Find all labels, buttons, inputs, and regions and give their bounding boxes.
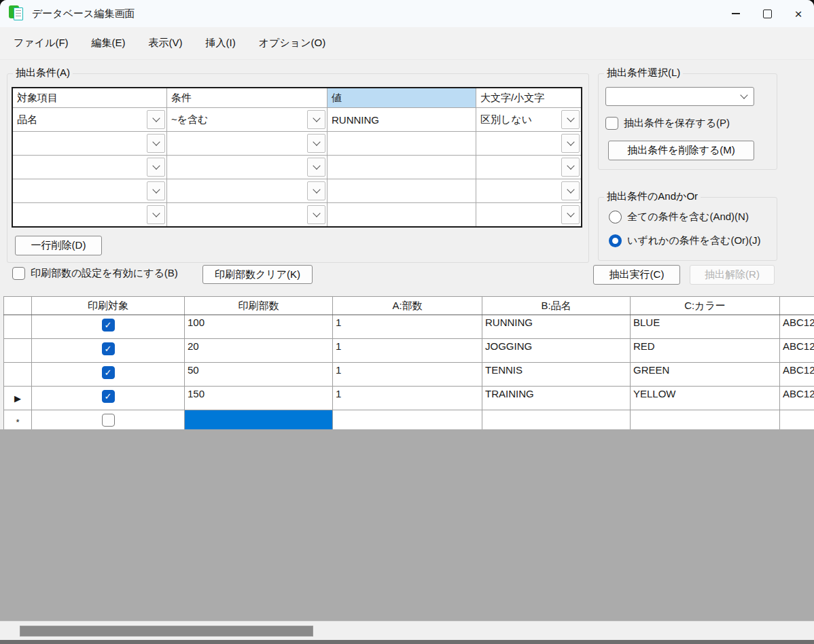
filter-value-cell[interactable] [328,132,476,155]
dropdown-button[interactable] [307,205,325,224]
print-copies-cell[interactable]: 100 [185,315,333,338]
filter-condition-combo[interactable] [167,179,328,202]
and-radio[interactable] [609,211,622,223]
filter-case-combo[interactable]: 区別しない [476,108,581,131]
menu-options[interactable]: オプション(O) [249,33,335,53]
filter-case-combo[interactable] [476,179,581,202]
delete-filter-button[interactable]: 抽出条件を削除する(M) [608,141,754,160]
filter-value-text: RUNNING [328,114,379,126]
grid-header-col-d[interactable] [780,297,814,315]
col-a-cell[interactable]: 1 [333,315,482,338]
print-target-cell[interactable]: ✓ [32,339,185,362]
col-c-cell[interactable]: BLUE [631,315,780,338]
print-copies-cell[interactable]: 150 [185,387,333,410]
print-target-cell[interactable]: ✓ [32,387,185,410]
dropdown-button[interactable] [561,181,580,200]
dropdown-button[interactable] [307,134,325,153]
filter-field-combo[interactable] [13,203,167,226]
filter-value-cell[interactable]: RUNNING [328,108,476,131]
dropdown-button[interactable] [147,181,165,200]
filter-case-combo[interactable] [476,156,581,179]
dropdown-button[interactable] [561,205,580,224]
row-header-cell[interactable]: ▶ [3,387,32,410]
filter-condition-combo[interactable] [167,203,328,226]
filter-case-combo[interactable] [476,132,581,155]
dropdown-button[interactable] [147,158,165,177]
save-filter-checkbox[interactable] [605,117,618,130]
filter-case-combo[interactable] [476,203,581,226]
enable-print-copies-checkbox[interactable] [12,267,25,280]
col-b-cell[interactable]: RUNNING [482,315,631,338]
menu-insert[interactable]: 挿入(I) [196,33,245,53]
grid-header-col-a[interactable]: A:部数 [333,297,482,315]
or-radio[interactable] [609,234,622,247]
grid-header-print-target[interactable]: 印刷対象 [32,297,185,315]
filter-field-combo[interactable] [13,179,167,202]
col-b-cell[interactable]: TRAINING [482,387,631,410]
print-target-checkbox[interactable]: ✓ [102,319,115,332]
print-target-checkbox[interactable]: ✓ [102,366,115,379]
col-b-cell[interactable]: JOGGING [482,339,631,362]
print-target-cell[interactable]: ✓ [32,363,185,386]
row-header-cell[interactable] [3,315,32,338]
filter-condition-combo[interactable] [167,156,328,179]
minimize-button[interactable] [720,0,751,27]
menu-view[interactable]: 表示(V) [139,33,192,53]
filter-value-cell[interactable] [328,156,476,179]
col-d-cell[interactable]: ABC12 [780,339,814,362]
filter-field-combo[interactable] [13,156,167,179]
filter-condition-combo[interactable] [167,132,328,155]
clear-print-copies-button[interactable]: 印刷部数クリア(K) [202,265,313,284]
grid-header-col-b[interactable]: B:品名 [482,297,631,315]
filter-condition-combo[interactable]: ~を含む [167,108,328,131]
print-copies-cell[interactable]: 20 [185,339,333,362]
saved-filter-combo[interactable] [605,87,754,106]
row-header-cell[interactable] [3,339,32,362]
dropdown-button[interactable] [147,110,165,129]
col-a-cell[interactable]: 1 [333,363,482,386]
filter-conditions-table: 対象項目 条件 値 大文字/小文字 品名 ~を含む RUNNING 区別しない [12,87,582,228]
menu-file[interactable]: ファイル(F) [4,33,78,53]
horizontal-scrollbar[interactable] [0,621,814,641]
print-target-checkbox[interactable]: ✓ [102,342,115,355]
enable-print-copies-row: 印刷部数の設定を有効にする(B) [12,267,178,280]
dropdown-button[interactable] [147,134,165,153]
col-c-cell[interactable]: GREEN [631,363,780,386]
col-d-cell[interactable]: ABC12 [780,363,814,386]
col-d-cell[interactable]: ABC12 [780,315,814,338]
print-target-cell[interactable]: ✓ [32,315,185,338]
menu-edit[interactable]: 編集(E) [82,33,135,53]
maximize-button[interactable] [751,0,783,27]
filter-value-cell[interactable] [328,203,476,226]
release-filter-button[interactable]: 抽出解除(R) [690,265,775,285]
delete-row-button[interactable]: 一行削除(D) [15,236,102,255]
chevron-down-icon [313,209,320,217]
col-c-cell[interactable]: YELLOW [631,387,780,410]
col-d-cell[interactable]: ABC12 [780,387,814,410]
dropdown-button[interactable] [147,205,165,224]
filter-value-cell[interactable] [328,179,476,202]
horizontal-scrollbar-thumb[interactable] [20,626,313,637]
dropdown-button[interactable] [307,158,325,177]
col-b-cell[interactable]: TENNIS [482,363,631,386]
print-target-checkbox[interactable] [102,414,115,427]
chevron-down-icon [567,209,574,217]
filter-field-combo[interactable]: 品名 [13,108,167,131]
col-c-cell[interactable]: RED [631,339,780,362]
dropdown-button[interactable] [307,181,325,200]
print-copies-cell[interactable]: 50 [185,363,333,386]
dropdown-button[interactable] [561,158,580,177]
filter-field-combo[interactable] [13,132,167,155]
execute-filter-button[interactable]: 抽出実行(C) [593,265,680,285]
grid-header-col-c[interactable]: C:カラー [631,297,780,315]
grid-header-print-copies[interactable]: 印刷部数 [185,297,333,315]
dropdown-button[interactable] [561,134,580,153]
dropdown-button[interactable] [561,110,580,129]
dropdown-button[interactable] [307,110,325,129]
print-target-checkbox[interactable]: ✓ [102,390,115,403]
close-button[interactable]: × [783,0,814,27]
row-header-cell[interactable] [3,363,32,386]
col-a-cell[interactable]: 1 [333,339,482,362]
title-bar: データベース編集画面 × [0,0,814,27]
col-a-cell[interactable]: 1 [333,387,482,410]
